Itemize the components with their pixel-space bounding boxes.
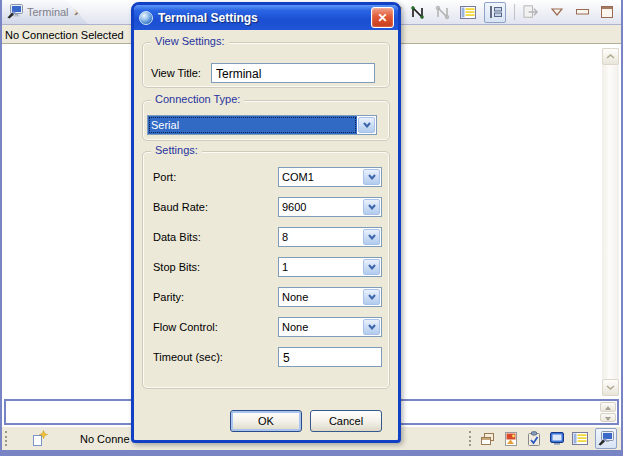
terminal-view-window: Terminal ✕: [0, 0, 623, 456]
chevron-down-icon[interactable]: [363, 229, 380, 245]
view-toolbar: [384, 1, 616, 23]
connection-type-caption: Connection Type:: [151, 93, 244, 105]
cancel-button[interactable]: Cancel: [310, 410, 382, 432]
fast-view-grip[interactable]: [469, 431, 471, 446]
tab-terminal[interactable]: Terminal ✕: [2, 0, 88, 24]
parity-value: None: [279, 288, 362, 306]
ok-button[interactable]: OK: [230, 410, 302, 432]
data-bits-combo[interactable]: 8: [278, 227, 382, 247]
view-title-input[interactable]: Terminal: [211, 63, 375, 83]
maximize-view-button[interactable]: [598, 3, 616, 21]
launch-button-disabled: [523, 3, 541, 21]
statusbar-message: No Conne: [80, 433, 130, 445]
view-settings-group: View Settings: View Title: Terminal: [142, 42, 390, 88]
fast-view-bar: [469, 427, 617, 450]
new-connection-icon: [30, 430, 48, 449]
disconnect-button-disabled: [434, 3, 452, 21]
data-bits-row: Data Bits: 8: [153, 227, 382, 247]
terminal-view-icon[interactable]: [595, 428, 617, 449]
stop-bits-value: 1: [279, 258, 362, 276]
serial-settings-group: Settings: Port: COM1 Baud Rate: 9600: [142, 151, 390, 389]
flow-control-row: Flow Control: None: [153, 317, 382, 337]
spinner-down-button[interactable]: [600, 413, 616, 423]
scroll-up-button[interactable]: [602, 48, 619, 65]
timeout-row: Timeout (sec): 5: [153, 347, 382, 367]
flow-control-combo[interactable]: None: [278, 317, 382, 337]
console-view-icon[interactable]: [549, 431, 565, 446]
flow-control-label: Flow Control:: [153, 321, 278, 333]
scroll-down-button[interactable]: [602, 379, 619, 396]
flow-control-value: None: [279, 318, 362, 336]
toggle-command-input-button[interactable]: [484, 2, 506, 23]
baud-rate-value: 9600: [279, 198, 362, 216]
image-view-icon[interactable]: [503, 431, 519, 447]
dialog-close-button[interactable]: ✕: [371, 7, 394, 28]
baud-rate-combo[interactable]: 9600: [278, 197, 382, 217]
dialog-sphere-icon: [139, 11, 153, 25]
parity-row: Parity: None: [153, 287, 382, 307]
chevron-down-icon[interactable]: [363, 199, 380, 215]
window-left-border: [0, 0, 2, 450]
view-menu-chevron-icon[interactable]: [548, 3, 566, 21]
port-row: Port: COM1: [153, 167, 382, 187]
terminal-settings-button[interactable]: [459, 3, 477, 21]
view-title-label: View Title:: [151, 67, 211, 79]
data-bits-label: Data Bits:: [153, 231, 278, 243]
dialog-title: Terminal Settings: [158, 11, 371, 25]
data-bits-value: 8: [279, 228, 362, 246]
connection-type-group: Connection Type: Serial: [142, 100, 390, 141]
chevron-down-icon[interactable]: [363, 319, 380, 335]
dialog-title-bar[interactable]: Terminal Settings ✕: [134, 5, 398, 30]
spinner-up-button[interactable]: [600, 402, 616, 412]
chevron-down-icon[interactable]: [363, 289, 380, 305]
chevron-down-icon[interactable]: [363, 169, 380, 185]
stop-bits-combo[interactable]: 1: [278, 257, 382, 277]
connection-type-value: Serial: [148, 116, 357, 134]
timeout-label: Timeout (sec):: [153, 351, 278, 363]
command-history-spinner[interactable]: [600, 402, 616, 422]
dialog-button-row: OK Cancel: [230, 410, 382, 432]
parity-combo[interactable]: None: [278, 287, 382, 307]
port-combo[interactable]: COM1: [278, 167, 382, 187]
connect-button[interactable]: [409, 3, 427, 21]
timeout-input[interactable]: 5: [278, 347, 382, 367]
parity-label: Parity:: [153, 291, 278, 303]
baud-rate-row: Baud Rate: 9600: [153, 197, 382, 217]
chevron-down-icon[interactable]: [358, 117, 375, 133]
cascade-windows-icon[interactable]: [480, 432, 496, 446]
settings-caption: Settings:: [151, 144, 202, 156]
dialog-body: View Settings: View Title: Terminal Conn…: [134, 30, 398, 440]
vertical-scrollbar[interactable]: [602, 48, 619, 396]
toolbar-separator: [514, 4, 515, 20]
stop-bits-row: Stop Bits: 1: [153, 257, 382, 277]
window-bottom-border: [0, 450, 623, 456]
connection-type-combo[interactable]: Serial: [147, 115, 377, 135]
tab-label: Terminal: [27, 6, 69, 18]
view-settings-caption: View Settings:: [151, 35, 229, 47]
terminal-settings-dialog: Terminal Settings ✕ View Settings: View …: [131, 2, 401, 443]
stop-bits-label: Stop Bits:: [153, 261, 278, 273]
tasks-view-icon[interactable]: [526, 431, 542, 447]
statusbar-grip[interactable]: [5, 431, 7, 446]
port-label: Port:: [153, 171, 278, 183]
baud-rate-label: Baud Rate:: [153, 201, 278, 213]
terminal-icon: [7, 4, 23, 21]
tab-close-icon[interactable]: ✕: [74, 6, 83, 19]
properties-view-icon[interactable]: [572, 431, 588, 446]
port-value: COM1: [279, 168, 362, 186]
chevron-down-icon[interactable]: [363, 259, 380, 275]
minimize-view-button[interactable]: [573, 3, 591, 21]
